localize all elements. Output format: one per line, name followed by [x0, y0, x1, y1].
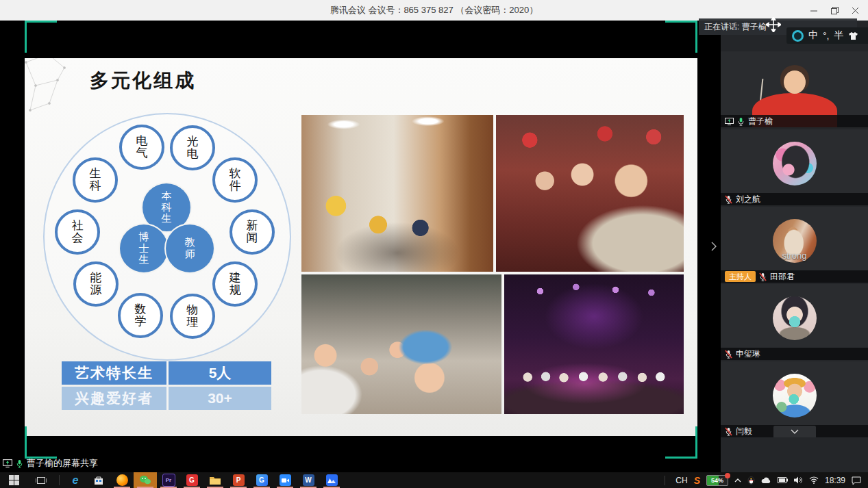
action-center-icon[interactable]	[852, 476, 861, 485]
participant-tile[interactable]: 刘之航	[721, 129, 868, 205]
group-selfie-theater	[496, 115, 684, 272]
taskbar-app-word[interactable]: W	[297, 472, 320, 488]
participant-name: 田邵君	[770, 271, 795, 283]
powerpoint-icon: P	[233, 474, 245, 486]
stats-table: 艺术特长生 5人 兴趣爱好者 30+	[62, 361, 271, 412]
mic-muted-icon	[725, 195, 732, 204]
battery-icon[interactable]	[778, 477, 788, 483]
wechat-icon	[139, 475, 151, 485]
mic-muted-icon	[759, 272, 767, 281]
group-photo-stage	[504, 274, 684, 414]
clock[interactable]: 18:39	[825, 476, 845, 485]
shared-slide: 多元化组成 电气 光电 软件 新闻 建规 物理 数学 能源 社会 生科 本科生 …	[25, 58, 697, 436]
share-region-corner-top-right	[665, 21, 697, 53]
participant-center-label: strong	[721, 251, 868, 261]
participant-tile[interactable]: strong 主持人 田邵君	[721, 207, 868, 283]
group-photo-hall	[301, 115, 493, 272]
wifi-icon[interactable]	[809, 476, 819, 484]
taskbar-app-red-app[interactable]: G	[180, 472, 203, 488]
row-value: 30+	[169, 387, 271, 410]
sidebar-collapse-handle[interactable]	[708, 238, 719, 255]
file-explorer-icon	[210, 476, 221, 485]
stage-crowd	[519, 369, 669, 396]
participant-name: 闫毅	[736, 426, 752, 437]
taskbar-app-edge[interactable]: e	[64, 472, 87, 488]
qq-penguin-icon[interactable]	[747, 476, 755, 485]
core-circle: 本科生	[142, 183, 190, 231]
major-circle: 电气	[119, 125, 164, 170]
ime-mode-toggle[interactable]: 中	[808, 29, 818, 42]
major-circle: 生科	[73, 157, 118, 203]
battery-percent: 54%	[711, 477, 723, 484]
language-indicator[interactable]: CH	[675, 476, 687, 485]
share-region-corner-bottom-left	[25, 426, 57, 459]
taskbar-app-firefox[interactable]	[110, 472, 134, 488]
share-banner-label: 曹子榆的屏幕共享	[27, 457, 98, 470]
mountains-icon	[327, 478, 336, 483]
task-view-button[interactable]	[27, 472, 55, 488]
ime-width-toggle[interactable]: 半	[834, 29, 844, 42]
cloud-icon[interactable]	[761, 477, 771, 484]
tray-expand-caret-icon[interactable]	[734, 478, 741, 483]
sogou-ring-icon[interactable]	[792, 30, 804, 42]
major-circle: 社会	[55, 209, 100, 255]
tray-separator	[665, 476, 665, 485]
mic-muted-icon	[725, 350, 732, 359]
taskbar-app-blue-app[interactable]	[320, 472, 343, 488]
participant-tile[interactable]: 曹子榆	[721, 51, 868, 127]
avatar	[773, 374, 817, 418]
chevron-down-icon	[791, 429, 799, 434]
windows-taskbar: e Pr G P G	[0, 472, 868, 488]
participant-name: 曹子榆	[748, 116, 773, 127]
host-badge: 主持人	[725, 271, 756, 282]
restore-icon[interactable]	[824, 1, 845, 19]
taskbar-app-wechat[interactable]	[134, 472, 157, 488]
participant-tile[interactable]: 闫毅	[721, 361, 868, 437]
move-cursor-icon	[766, 17, 781, 32]
participant-face	[784, 70, 806, 94]
photo-collage	[301, 115, 684, 414]
g-app-icon: G	[256, 474, 268, 486]
table-row: 兴趣爱好者 30+	[62, 387, 271, 410]
participants-sidebar: 曹子榆 刘之航 strong 主持人 田邵君	[721, 21, 868, 472]
mic-on-icon	[737, 117, 745, 126]
table-row: 艺术特长生 5人	[62, 361, 271, 385]
ime-toolbar[interactable]: 中 °, 半	[786, 27, 868, 44]
screen-share-status-banner: 曹子榆的屏幕共享	[3, 457, 98, 470]
close-icon[interactable]	[845, 1, 865, 19]
taskbar-app-explorer[interactable]	[203, 472, 227, 488]
taskbar-app-g-app[interactable]: G	[250, 472, 273, 488]
mic-on-icon	[16, 459, 23, 468]
major-circle: 数学	[118, 293, 163, 338]
battery-widget[interactable]: 54%	[706, 475, 728, 486]
taskbar-separator	[59, 475, 60, 485]
core-circle: 博士生	[120, 224, 168, 272]
share-region-corner-bottom-right	[665, 426, 697, 459]
screen-share-icon	[725, 118, 734, 125]
participant-name: 刘之航	[736, 194, 760, 205]
taskbar-app-store[interactable]	[87, 472, 110, 488]
windows-logo-icon	[9, 475, 19, 485]
ime-punctuation-toggle[interactable]: °,	[823, 30, 830, 41]
share-region-corner-top-left	[25, 21, 57, 53]
start-button[interactable]	[0, 472, 27, 488]
core-circle: 教师	[166, 224, 214, 272]
window-title: 腾讯会议 会议号：865 375 827 （会议密码：2020）	[330, 4, 538, 16]
row-value: 5人	[169, 361, 271, 385]
taskbar-app-powerpoint[interactable]: P	[227, 472, 250, 488]
participant-tile[interactable]: 申玺琳	[721, 284, 868, 360]
group-selfie-outdoor	[301, 274, 501, 414]
scroll-more-participants-button[interactable]	[773, 426, 816, 437]
major-circle: 能源	[73, 261, 119, 307]
major-circle: 建规	[212, 261, 258, 307]
system-tray: CH S 54% 18:39	[660, 472, 868, 488]
taskbar-app-premiere[interactable]: Pr	[157, 472, 180, 488]
sogou-ime-icon[interactable]: S	[694, 475, 700, 486]
speaker-icon[interactable]	[794, 476, 803, 484]
taskbar-app-meeting[interactable]	[273, 472, 297, 488]
camera-icon	[282, 478, 289, 483]
shirt-icon[interactable]	[849, 32, 858, 40]
minimize-icon[interactable]	[804, 1, 824, 19]
participant-name: 申玺琳	[736, 348, 760, 360]
avatar	[773, 142, 817, 185]
